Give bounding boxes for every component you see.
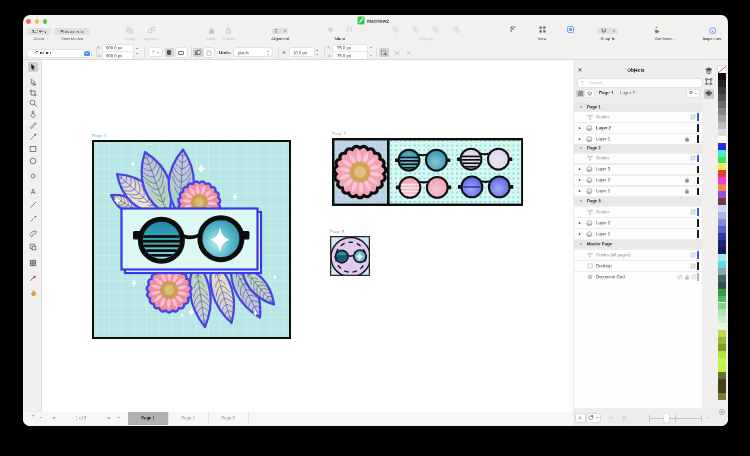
svg-text:A: A [31,187,36,194]
